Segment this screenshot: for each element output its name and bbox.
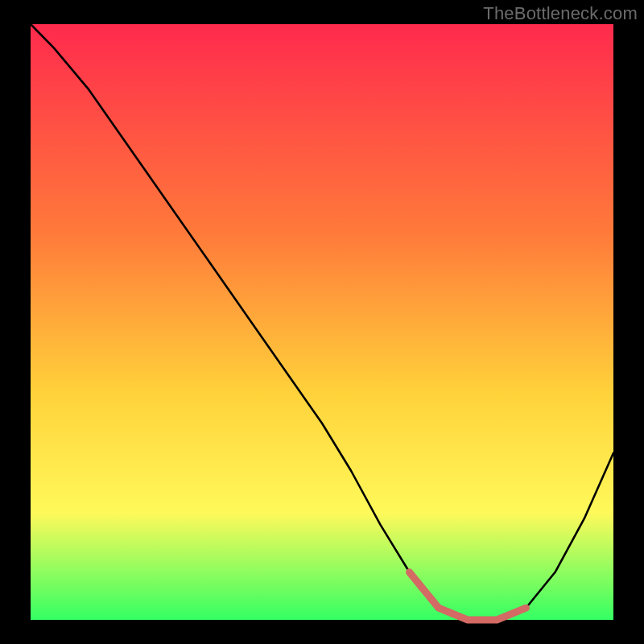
chart-frame: TheBottleneck.com xyxy=(0,0,644,644)
watermark-text: TheBottleneck.com xyxy=(483,3,638,24)
gradient-background xyxy=(31,24,613,620)
bottleneck-chart-svg xyxy=(0,0,644,644)
